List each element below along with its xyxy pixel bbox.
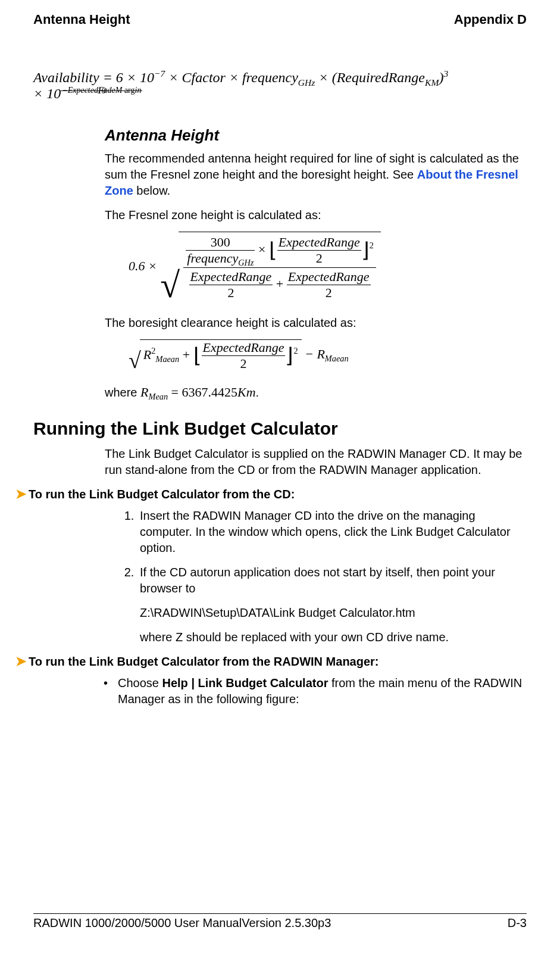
cd-steps-list: Insert the RADWIN Manager CD into the dr…	[105, 508, 527, 645]
fresnel-height-intro: The Fresnel zone height is calculated as…	[105, 207, 527, 223]
antenna-height-intro: The recommended antenna height required …	[105, 151, 527, 199]
running-lbc-heading: Running the Link Budget Calculator	[33, 419, 527, 439]
cd-step-1: Insert the RADWIN Manager CD into the dr…	[137, 508, 527, 556]
footer-rule	[33, 913, 527, 914]
page-footer: RADWIN 1000/2000/5000 User ManualVersion…	[33, 913, 527, 930]
rmean-definition: where RMean = 6367.4425Km.	[105, 383, 527, 401]
run-from-manager-heading: ➤To run the Link Budget Calculator from …	[15, 654, 527, 669]
manager-step-1: Choose Help | Link Budget Calculator fro…	[118, 675, 527, 707]
run-from-cd-heading: ➤To run the Link Budget Calculator from …	[15, 486, 527, 502]
boresight-equation: √ R2Maean + ⌊ExpectedRange2⌋2 − RMaean	[129, 339, 527, 372]
manager-steps-list: Choose Help | Link Budget Calculator fro…	[105, 675, 527, 707]
header-right: Appendix D	[454, 12, 527, 27]
running-lbc-intro: The Link Budget Calculator is supplied o…	[105, 446, 527, 478]
page-header: Antenna Height Appendix D	[33, 12, 527, 27]
header-left: Antenna Height	[33, 12, 130, 27]
availability-equation: Availability = 6 × 10−7 × Cfactor × freq…	[33, 69, 527, 102]
footer-left: RADWIN 1000/2000/5000 User ManualVersion…	[33, 916, 331, 930]
caret-icon: ➤	[15, 654, 26, 669]
caret-icon: ➤	[15, 486, 26, 502]
cd-step-2: If the CD autorun application does not s…	[137, 564, 527, 645]
boresight-intro: The boresight clearance height is calcul…	[105, 315, 527, 331]
footer-right: D-3	[508, 916, 527, 930]
antenna-height-heading: Antenna Height	[105, 126, 527, 145]
fresnel-height-equation: 0.6 × √ 300frequencyGHz × ⌊ExpectedRange…	[129, 232, 527, 303]
